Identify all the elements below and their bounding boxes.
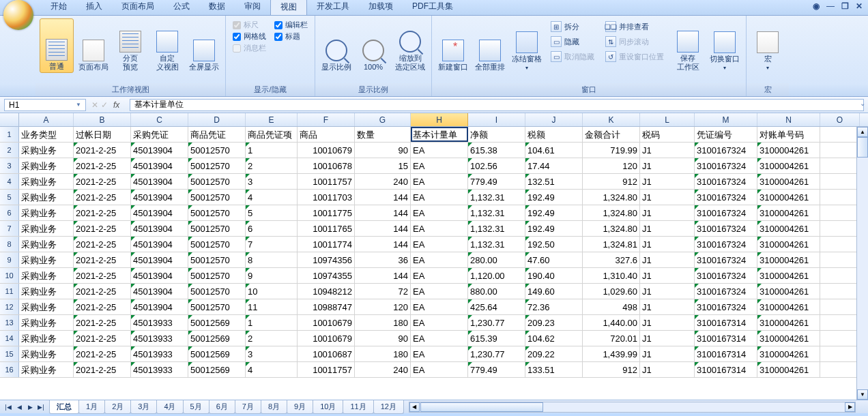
cell[interactable]: 1,120.00 [468, 268, 525, 283]
cell[interactable]: 1 [246, 315, 298, 330]
row-header-9[interactable]: 9 [0, 252, 19, 267]
cell[interactable]: 779.49 [468, 362, 525, 377]
cell[interactable]: 1,324.80 [583, 221, 640, 236]
cell[interactable]: J1 [640, 362, 695, 377]
cell[interactable]: 3100004261 [757, 158, 820, 173]
row-header-6[interactable]: 6 [0, 205, 19, 220]
menu-tab-数据[interactable]: 数据 [199, 0, 235, 15]
cell[interactable]: 50012569 [188, 315, 246, 330]
name-box-dropdown-icon[interactable]: ▼ [76, 102, 81, 108]
column-header-K[interactable]: K [583, 113, 640, 126]
cell[interactable]: EA [411, 237, 468, 252]
cell[interactable]: 912 [583, 174, 640, 189]
cell[interactable] [820, 174, 860, 189]
cell[interactable]: 2021-2-25 [74, 315, 131, 330]
cell[interactable]: 45013904 [131, 190, 188, 205]
cell[interactable]: 采购业务 [19, 268, 74, 283]
cell[interactable]: 45013933 [131, 346, 188, 361]
row-header-7[interactable]: 7 [0, 221, 19, 236]
cell[interactable]: 4 [246, 362, 298, 377]
cell[interactable]: 3100167314 [695, 362, 757, 377]
cell[interactable]: 719.99 [583, 143, 640, 158]
cell[interactable]: 209.22 [525, 346, 583, 361]
cell[interactable]: 采购凭证 [131, 127, 188, 142]
cell[interactable]: 149.60 [525, 284, 583, 299]
scroll-up-icon[interactable]: ▲ [857, 127, 868, 137]
cell[interactable]: 3100004261 [757, 331, 820, 346]
zoom-to-selection-button[interactable]: 缩放到 选定区域 [393, 18, 427, 73]
hscroll-thumb[interactable] [420, 402, 543, 412]
cell[interactable]: 3100004261 [757, 315, 820, 330]
cell[interactable]: 3100004261 [757, 252, 820, 267]
cell[interactable]: J1 [640, 158, 695, 173]
column-header-I[interactable]: I [468, 113, 525, 126]
cell[interactable]: 45013933 [131, 315, 188, 330]
cell[interactable]: 2 [246, 331, 298, 346]
cell[interactable]: 615.38 [468, 143, 525, 158]
cell[interactable]: 3100004261 [757, 346, 820, 361]
cell[interactable]: 45013904 [131, 299, 188, 314]
cell[interactable]: 采购业务 [19, 284, 74, 299]
cell[interactable]: 2021-2-25 [74, 268, 131, 283]
cell[interactable]: 采购业务 [19, 221, 74, 236]
column-header-F[interactable]: F [298, 113, 355, 126]
headings-checkbox[interactable]: 标题 [274, 31, 308, 42]
macros-button[interactable]: 宏▾ [751, 18, 785, 73]
switch-windows-button[interactable]: 切换窗口▾ [708, 18, 742, 73]
row-header-13[interactable]: 13 [0, 315, 19, 330]
cell[interactable]: 50012570 [188, 174, 246, 189]
cell[interactable]: 45013933 [131, 362, 188, 377]
cell[interactable]: 90 [355, 331, 411, 346]
cell[interactable]: 144 [355, 205, 411, 220]
cell[interactable]: 90 [355, 143, 411, 158]
cell[interactable]: 净额 [468, 127, 525, 142]
cell[interactable]: 数量 [355, 127, 411, 142]
cell[interactable]: EA [411, 362, 468, 377]
cell[interactable]: 3100167324 [695, 221, 757, 236]
cell[interactable]: 业务类型 [19, 127, 74, 142]
cell[interactable]: 2021-2-25 [74, 205, 131, 220]
cell[interactable]: 50012569 [188, 331, 246, 346]
cell[interactable]: 3100167324 [695, 252, 757, 267]
cell[interactable]: 72 [355, 284, 411, 299]
cell[interactable] [820, 237, 860, 252]
cell[interactable]: 72.36 [525, 299, 583, 314]
cell[interactable]: 36 [355, 252, 411, 267]
cell[interactable]: 10974356 [298, 252, 355, 267]
cell[interactable]: 10974355 [298, 268, 355, 283]
cell[interactable]: 192.49 [525, 190, 583, 205]
column-header-D[interactable]: D [188, 113, 246, 126]
menu-tab-视图[interactable]: 视图 [270, 0, 307, 15]
next-sheet-icon[interactable]: ▶ [25, 402, 35, 413]
menu-tab-PDF工具集[interactable]: PDF工具集 [403, 0, 463, 15]
column-header-C[interactable]: C [131, 113, 188, 126]
cell[interactable]: 采购业务 [19, 331, 74, 346]
cell[interactable]: 912 [583, 362, 640, 377]
cell[interactable]: 5 [246, 205, 298, 220]
arrange-all-button[interactable]: 全部重排 [473, 18, 507, 73]
row-header-11[interactable]: 11 [0, 284, 19, 299]
cell[interactable]: 10010678 [298, 158, 355, 173]
cell[interactable]: J1 [640, 346, 695, 361]
cell[interactable]: 1,132.31 [468, 205, 525, 220]
row-header-15[interactable]: 15 [0, 346, 19, 361]
prev-sheet-icon[interactable]: ◀ [14, 402, 25, 413]
cell[interactable]: 3100167324 [695, 299, 757, 314]
cell[interactable]: 采购业务 [19, 190, 74, 205]
view-custom-views-button[interactable]: 自定 义视图 [150, 18, 184, 73]
split-button[interactable]: ⊞拆分 [549, 20, 596, 33]
cell[interactable]: 327.6 [583, 252, 640, 267]
column-header-H[interactable]: H [411, 113, 468, 126]
formula-input[interactable]: 基本计量单位 [130, 99, 864, 111]
cell[interactable]: 采购业务 [19, 174, 74, 189]
row-header-8[interactable]: 8 [0, 237, 19, 252]
cell[interactable]: 3100167314 [695, 331, 757, 346]
cell[interactable]: J1 [640, 268, 695, 283]
scroll-down-icon[interactable]: ▼ [857, 389, 868, 400]
row-header-2[interactable]: 2 [0, 143, 19, 158]
cell[interactable] [820, 346, 860, 361]
menu-tab-插入[interactable]: 插入 [76, 0, 112, 15]
row-header-12[interactable]: 12 [0, 299, 19, 314]
cell[interactable]: 192.50 [525, 237, 583, 252]
cell[interactable] [820, 331, 860, 346]
